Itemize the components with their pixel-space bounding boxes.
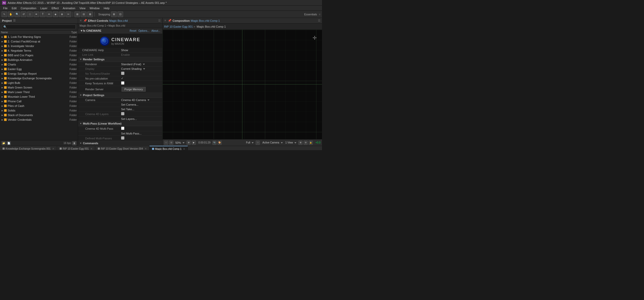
tool-rect[interactable]: □ (27, 12, 33, 17)
menu-layer[interactable]: Layer (38, 7, 50, 10)
tab-close-1[interactable]: ✕ (52, 147, 54, 150)
cineware-about[interactable]: About... (152, 29, 160, 32)
menu-edit[interactable]: Edit (10, 7, 19, 10)
tool-text[interactable]: T (40, 12, 46, 17)
footer-new-folder[interactable]: 📁 (2, 141, 6, 145)
set-camera-value[interactable]: Set Camera... (121, 103, 160, 106)
tab-short-version[interactable]: RtP 10 Easter Egg Short Version 004 ✕ (95, 146, 149, 150)
tool-stamp[interactable]: ◈ (53, 12, 58, 17)
project-item[interactable]: ▶ Vendor Credentials Folder (0, 117, 78, 122)
tab-close-2[interactable]: ✕ (90, 147, 92, 150)
tool-snap2[interactable]: ⊡ (117, 12, 123, 17)
comp-grid-btn[interactable]: ⊞ (187, 141, 191, 145)
menu-view[interactable]: View (77, 7, 88, 10)
multipass-section[interactable]: ▼ Multi-Pass (Linear Workflow) (78, 121, 162, 126)
project-item[interactable]: ▶ Solids Folder (0, 108, 78, 113)
comp-pin-icon[interactable]: 📌 (168, 19, 171, 22)
purge-button[interactable]: Purge Memory (122, 87, 146, 92)
project-item[interactable]: ▶ Light Bulb Folder (0, 81, 78, 85)
set-mp-value[interactable]: Set Multi-Pass... (121, 132, 160, 135)
project-item[interactable]: ▶ 2. Contact FacilitiGroup at Folder (0, 39, 78, 44)
project-item[interactable]: ▶ Mountain Lower Third Folder (0, 94, 78, 99)
comp-name-tab[interactable]: Magic Box.c4d Comp 1 (191, 19, 220, 22)
view-dropdown[interactable]: 1 View (285, 141, 297, 144)
renderer-value[interactable]: Standard (Final) (121, 63, 160, 66)
comp-color-btn[interactable]: 🎨 (218, 141, 222, 145)
project-item[interactable]: ▶ 3. Investigate Vendor Folder (0, 44, 78, 48)
project-menu-icon[interactable]: ☰ (13, 19, 16, 22)
project-item[interactable]: ▶ BBB and Coc Pages Folder (0, 53, 78, 58)
tab-close-4[interactable]: ✕ (183, 148, 185, 150)
comp-toggle1[interactable]: □ (164, 141, 168, 145)
tool-hand[interactable]: ✋ (8, 12, 14, 17)
project-item[interactable]: ▶ 4. Negotiate Terms Folder (0, 48, 78, 53)
cineware-expand[interactable]: ▼ (80, 29, 83, 32)
menu-file[interactable]: File (1, 7, 10, 10)
render-settings-section[interactable]: ▼ Render Settings (78, 57, 162, 62)
project-item[interactable]: ▶ Piles of Cash Folder (0, 104, 78, 108)
tool-align1[interactable]: ⊞ (74, 12, 80, 17)
project-item[interactable]: ▶ Stack of Documents Folder (0, 113, 78, 117)
comp-menu-icon[interactable]: ☰ (318, 19, 320, 22)
comp-nav-left[interactable]: RtP 10 Easter Egg 001 (164, 25, 193, 28)
tab-close-3[interactable]: ✕ (145, 147, 147, 150)
tool-brush[interactable]: ✏ (46, 12, 52, 17)
menu-effect[interactable]: Effect (49, 7, 61, 10)
tool-align3[interactable]: ⊠ (87, 12, 93, 17)
comp-quality-btn[interactable]: □ (256, 141, 260, 145)
set-layers-value[interactable]: Set Layers... (121, 117, 160, 120)
project-item[interactable]: ▶ Energy Savings Report Folder (0, 71, 78, 76)
display-value[interactable]: Current Shading (121, 67, 160, 70)
project-item[interactable]: ▶ Buildings Animation Folder (0, 58, 78, 62)
tool-misc2[interactable]: ✂ (66, 12, 71, 17)
menu-composition[interactable]: Composition (19, 7, 38, 10)
comp-viewport[interactable]: Magic Box ✛ (163, 30, 322, 139)
project-settings-section[interactable]: ▼ Project Settings (78, 93, 162, 98)
tool-zoom[interactable]: 🔍 (14, 12, 20, 17)
comp-sync-btn[interactable]: ⊟ (304, 141, 308, 145)
zoom-dropdown[interactable]: 50% (175, 141, 185, 144)
menu-window[interactable]: Window (88, 7, 102, 10)
comp-close-icon[interactable]: ✕ (164, 19, 166, 22)
project-item[interactable]: ▶ Phone Call Folder (0, 99, 78, 104)
menu-help[interactable]: Help (102, 7, 112, 10)
tool-select[interactable]: ↖ (2, 12, 7, 17)
commands-section[interactable]: ▼ Commands (78, 141, 162, 146)
set-take-value[interactable]: Set Take... (121, 108, 160, 111)
comp-lock-btn[interactable]: 🔒 (309, 141, 313, 145)
camera-dropdown[interactable]: Active Camera (262, 141, 283, 144)
effect-menu-icon[interactable]: ☰ (158, 19, 161, 22)
comp-view-btn[interactable]: ⊞ (298, 141, 303, 145)
effect-close-icon[interactable]: ✕ (80, 19, 82, 22)
cineware-options[interactable]: Options... (138, 29, 149, 32)
tool-rotate[interactable]: ↺ (21, 12, 26, 17)
tab-easter-egg[interactable]: RtP 10 Easter Egg 001 ✕ (57, 146, 95, 150)
comp-cam-btn[interactable]: 📷 (212, 141, 217, 145)
footer-new-comp[interactable]: 📄 (7, 141, 11, 145)
quality-dropdown[interactable]: Full (246, 141, 254, 144)
help-value[interactable]: Show (121, 49, 160, 52)
footer-trash[interactable]: 🗑 (72, 141, 76, 145)
project-item[interactable]: ▶ Mark Green Screen Folder (0, 85, 78, 90)
c4d-mp-check[interactable] (121, 127, 160, 130)
project-item[interactable]: ▶ Mark Lower Third Folder (0, 90, 78, 94)
purge-memory-btn[interactable]: Purge Memory (121, 86, 160, 92)
effect-pin-icon[interactable]: 📌 (83, 19, 87, 22)
tool-pen[interactable]: ✒ (34, 12, 39, 17)
camera-value[interactable]: Cinema 4D Camera (121, 98, 160, 102)
menu-animation[interactable]: Animation (61, 7, 77, 10)
project-search-input[interactable] (2, 25, 76, 29)
project-item[interactable]: ▶ Knowledge Exchange Screengrabs Folder (0, 76, 78, 81)
project-item[interactable]: ▶ Charts Folder (0, 62, 78, 67)
project-item[interactable]: ▶ Easter Egg Folder (0, 67, 78, 71)
effect-comp-tab[interactable]: Magic Box.c4d (109, 19, 128, 22)
comp-render-btn[interactable]: ▶ (192, 141, 196, 145)
no-precalc-check[interactable]: ✓ (121, 77, 160, 80)
project-item[interactable]: ▶ 1. Look For Warning Signs Folder (0, 35, 78, 39)
tool-snap1[interactable]: ⊞ (111, 12, 117, 17)
tool-misc1[interactable]: ⊕ (59, 12, 65, 17)
tab-knowledge-exchange[interactable]: Knowledge Exchange Screengrabs 001 ✕ (0, 146, 57, 150)
tool-align2[interactable]: ⊟ (81, 12, 87, 17)
tab-magic-box[interactable]: Magic Box.c4d Comp 1 ✕ (149, 146, 188, 150)
keep-textures-check[interactable] (121, 81, 160, 85)
